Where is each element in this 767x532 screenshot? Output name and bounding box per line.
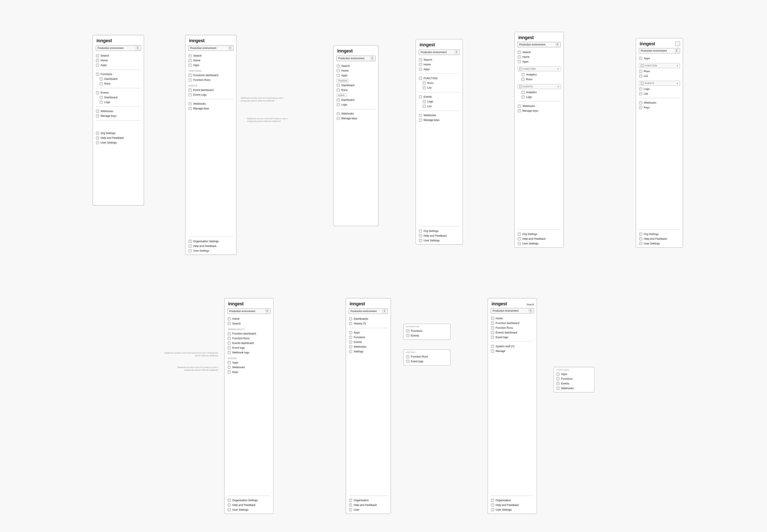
nav-webhooks[interactable]: +Webhooks: [336, 111, 375, 116]
nav-functions-dashboard[interactable]: +Dashboard: [99, 76, 141, 81]
nav-apps[interactable]: +Apps: [96, 63, 141, 67]
footer-help[interactable]: +Help and Feedback: [517, 236, 560, 241]
nav-webhooks[interactable]: +Webhooks: [639, 100, 680, 105]
nav-events-logs[interactable]: +Logs: [422, 99, 460, 104]
nav-home[interactable]: +Home: [227, 316, 271, 321]
nav-home[interactable]: +Home: [491, 316, 534, 321]
nav-function-runs[interactable]: +Runs: [422, 81, 460, 85]
nav-manage-keys[interactable]: +Manage keys: [96, 113, 141, 118]
nav-logs[interactable]: +Logs: [521, 95, 560, 99]
nav-function-runs[interactable]: +Function Runs: [188, 77, 234, 82]
nav-webhooks[interactable]: +Webhooks: [419, 113, 460, 118]
nav-manage-keys[interactable]: +Manage keys: [419, 118, 460, 122]
nav-events-dashboard[interactable]: +Events dashboard: [227, 341, 271, 345]
footer-user[interactable]: +User: [349, 507, 388, 512]
nav-apps[interactable]: +Apps: [188, 63, 234, 67]
nav-webhooks[interactable]: +Webhooks: [188, 101, 234, 106]
nav-analytics[interactable]: +Analytics: [521, 72, 560, 77]
search-label[interactable]: Search: [527, 303, 534, 306]
nav-settings[interactable]: +Settings: [349, 349, 388, 354]
nav-runs[interactable]: +Runs: [336, 88, 375, 92]
nav-events[interactable]: +Events: [96, 90, 141, 95]
nav-history[interactable]: +History (?): [349, 321, 388, 326]
nav-function-runs[interactable]: +Function Runs: [227, 336, 271, 341]
nav-function[interactable]: +FUNCTION: [419, 76, 460, 81]
nav-event-logs[interactable]: +Event logs: [491, 335, 534, 340]
nav-search[interactable]: +Search: [188, 53, 234, 58]
nav-list[interactable]: +List: [639, 74, 680, 78]
nav-runs[interactable]: +Runs: [639, 69, 680, 74]
nav-search[interactable]: +Search: [419, 57, 460, 62]
footer-help[interactable]: +Help and Feedback: [227, 503, 271, 507]
nav-apps[interactable]: +Apps: [227, 360, 271, 365]
env-selector[interactable]: Production environment 3: [227, 309, 271, 314]
nav-events-dashboard[interactable]: +Dashboard: [99, 95, 141, 100]
nav-event-logs[interactable]: +Event Logs: [188, 92, 234, 97]
footer-organisation-settings[interactable]: +Organisation Settings: [188, 239, 234, 244]
env-selector[interactable]: Production environment 3: [188, 45, 234, 51]
popover-item-functions[interactable]: +Functions: [556, 376, 592, 381]
env-selector[interactable]: Production environment 3: [419, 50, 460, 55]
footer-help[interactable]: +Help and Feedback: [491, 503, 534, 507]
nav-dashboard[interactable]: +Dashboard: [336, 83, 375, 88]
env-selector[interactable]: Production environment 3: [517, 42, 560, 47]
nav-webhooks[interactable]: +Webhooks: [517, 104, 560, 108]
nav-function-dashboard[interactable]: +Function dashboard: [491, 321, 534, 325]
nav-apps[interactable]: +Apps: [349, 330, 388, 335]
nav-apps[interactable]: +Apps: [517, 59, 560, 64]
nav-functions-runs[interactable]: +Runs: [99, 81, 141, 86]
nav-list[interactable]: +List: [639, 91, 680, 96]
nav-apps[interactable]: +Apps: [639, 56, 680, 61]
nav-dashboard[interactable]: +Dashboard: [336, 97, 375, 102]
section-events[interactable]: +EVENTS ▾: [639, 81, 680, 86]
section-events[interactable]: +EVENTS ▾: [517, 84, 560, 89]
footer-org-settings[interactable]: +Org Settings: [96, 131, 141, 135]
footer-user-settings[interactable]: +User Settings: [639, 241, 680, 246]
nav-function-runs[interactable]: +Function Runs: [491, 325, 534, 330]
popover-item-apps[interactable]: +Apps: [556, 372, 592, 376]
nav-search[interactable]: +Search: [336, 64, 375, 68]
nav-function-list[interactable]: +List: [422, 85, 460, 90]
popover-item-event-logs[interactable]: +Event logs: [406, 359, 448, 364]
nav-search[interactable]: +Search: [517, 50, 560, 54]
nav-webhooks[interactable]: +Webhooks: [227, 365, 271, 370]
nav-search[interactable]: +Search: [96, 53, 141, 58]
footer-org-settings[interactable]: +Org Settings: [419, 229, 460, 233]
nav-manage-keys[interactable]: +Manage keys: [517, 108, 560, 113]
nav-event-logs[interactable]: +Event logs: [227, 345, 271, 350]
footer-help[interactable]: +Help and Feedback: [419, 233, 460, 238]
nav-analytics[interactable]: +Analytics: [521, 90, 560, 95]
nav-apps[interactable]: +Apps: [336, 73, 375, 78]
nav-keys[interactable]: +Keys: [227, 370, 271, 374]
search-icon[interactable]: ⌕: [676, 42, 680, 46]
env-selector[interactable]: Production environment 3: [336, 56, 375, 61]
env-selector[interactable]: Production environment 3: [96, 45, 141, 51]
nav-events[interactable]: +Events: [349, 340, 388, 344]
env-selector[interactable]: Production environment 3: [639, 48, 680, 53]
nav-events-logs[interactable]: +Logs: [99, 100, 141, 104]
nav-manage[interactable]: +Manage: [491, 349, 534, 353]
footer-organisation[interactable]: +Organisation: [491, 498, 534, 503]
nav-keys[interactable]: +Keys: [639, 105, 680, 110]
nav-home[interactable]: +Home: [96, 58, 141, 63]
footer-help[interactable]: +Help and Feedback: [188, 244, 234, 248]
popover-item-webhooks[interactable]: +Webhooks: [556, 386, 592, 391]
env-selector[interactable]: Production environment 3: [491, 308, 534, 313]
footer-user-settings[interactable]: +User Settings: [227, 507, 271, 512]
popover-item-events[interactable]: +Events: [406, 333, 448, 338]
nav-logs[interactable]: +Logs: [336, 102, 375, 107]
nav-events-list[interactable]: +List: [422, 104, 460, 109]
nav-webhooks[interactable]: +Webhooks: [349, 344, 388, 349]
nav-home[interactable]: +Home: [336, 68, 375, 73]
footer-user-settings[interactable]: +User Settings: [491, 507, 534, 512]
nav-functions[interactable]: +Functions: [349, 335, 388, 340]
footer-org-settings[interactable]: +Org Settings: [639, 232, 680, 236]
nav-functions[interactable]: +Functions: [96, 72, 141, 76]
footer-organisation-settings[interactable]: +Organisation Settings: [227, 498, 271, 503]
nav-manage-keys[interactable]: +Manage keys: [336, 116, 375, 121]
nav-functions-dashboard[interactable]: +Functions dashboard: [188, 73, 234, 77]
pill-functions[interactable]: Functions: [336, 79, 349, 82]
nav-apps[interactable]: +Apps: [419, 67, 460, 72]
nav-events[interactable]: +Events: [419, 94, 460, 99]
nav-event-dashboard[interactable]: +Event dashboard: [188, 88, 234, 92]
